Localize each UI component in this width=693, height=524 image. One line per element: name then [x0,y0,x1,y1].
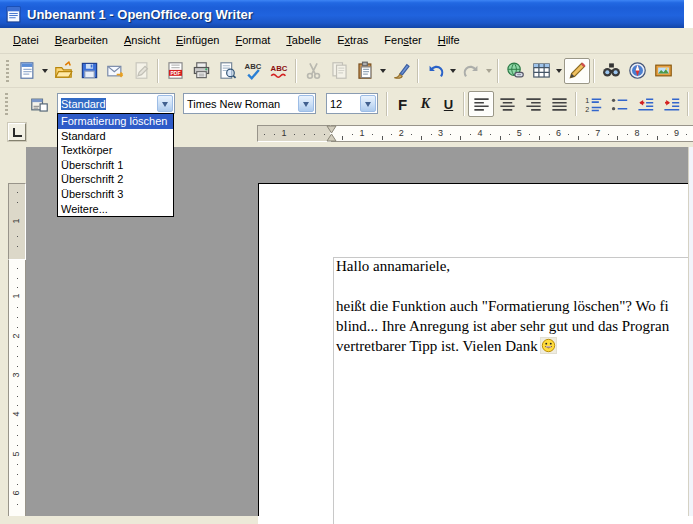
tab-stop-selector-button[interactable] [8,123,26,141]
menu-bearbeiten[interactable]: Bearbeiten [47,32,116,49]
style-option-weitere-[interactable]: Weitere... [58,202,173,217]
font-combo-dropdown-button[interactable] [298,95,314,112]
auto-spellcheck-button[interactable]: ABC [266,58,292,84]
font-name-combobox[interactable]: Times New Roman [183,93,316,114]
style-combo-dropdown-button[interactable] [157,95,173,112]
writer-window: Unbenannt 1 - OpenOffice.org Writer Date… [0,0,693,524]
increase-indent-button[interactable] [658,91,684,117]
ruler-tick [17,405,18,406]
ruler-tick [17,396,18,397]
ruler-tick [17,484,18,485]
style-option--berschrift-1[interactable]: Überschrift 1 [58,158,173,173]
menu-format[interactable]: Format [227,32,278,49]
numbered-list-button[interactable]: 12 [580,91,606,117]
italic-button[interactable]: K [414,92,437,117]
format-paintbrush-button[interactable] [388,58,414,84]
size-combo-dropdown-button[interactable] [360,95,376,112]
cut-button [300,58,326,84]
cut-icon [304,61,323,80]
align-left-button[interactable] [468,91,494,117]
decrease-indent-button[interactable] [632,91,658,117]
document-page[interactable]: Hallo annamariele,heißt die Funktion auc… [258,183,688,516]
style-option--berschrift-3[interactable]: Überschrift 3 [58,187,173,202]
open-folder-icon [54,61,73,80]
vertical-scrollbar[interactable] [688,147,693,516]
menu-tabelle[interactable]: Tabelle [278,32,329,49]
vertical-ruler[interactable]: 1 123456 [8,147,26,516]
undo-dropdown-arrow[interactable] [448,58,458,84]
menu-fenster[interactable]: Fenster [376,32,429,49]
ruler-tick [382,136,383,140]
hyperlink-icon [506,61,525,80]
ruler-tick [294,134,295,135]
indent-marker[interactable] [326,125,337,142]
underline-button[interactable]: U [437,92,460,117]
print-button[interactable] [188,58,214,84]
paste-dropdown-arrow[interactable] [378,58,388,84]
align-right-button[interactable] [520,91,546,117]
save-button[interactable] [76,58,102,84]
new-document-button[interactable] [14,58,40,84]
style-option-standard[interactable]: Standard [58,129,173,144]
bold-button[interactable]: F [391,92,414,117]
new-document-dropdown-arrow[interactable] [40,58,50,84]
gallery-button[interactable] [650,58,676,84]
align-center-button[interactable] [494,91,520,117]
align-left-icon [472,95,491,114]
table-icon [532,61,551,80]
redo-icon [462,61,481,80]
undo-button[interactable] [422,58,448,84]
desktop-background [684,0,693,28]
ruler-tick [17,356,18,357]
svg-text:ABC: ABC [270,64,287,73]
toolbar-grip[interactable] [4,93,9,115]
style-dropdown-list: Formatierung löschenStandardTextkörperÜb… [57,113,174,217]
draw-functions-button[interactable] [564,58,590,84]
ruler-tick [539,136,540,140]
toolbar-separator [593,59,595,83]
undo-icon [426,61,445,80]
open-button[interactable] [50,58,76,84]
ruler-number: 6 [556,128,561,138]
page-preview-button[interactable] [214,58,240,84]
menu-datei[interactable]: Datei [5,32,47,49]
send-email-button[interactable] [102,58,128,84]
styles-window-button[interactable] [26,91,52,117]
ruler-tick [17,346,18,347]
menubar: DateiBearbeitenAnsichtEinfügenFormatTabe… [0,28,693,54]
ruler-number: 2 [11,333,21,338]
paste-button[interactable] [352,58,378,84]
print-icon [192,61,211,80]
ruler-number: 2 [399,128,404,138]
font-size-combobox[interactable]: 12 [326,93,378,114]
find-replace-button[interactable] [598,58,624,84]
style-option-formatierung-l-schen[interactable]: Formatierung löschen [58,114,173,129]
style-option--berschrift-2[interactable]: Überschrift 2 [58,172,173,187]
gallery-icon [654,61,673,80]
style-option-textk-rper[interactable]: Textkörper [58,143,173,158]
toolbar-grip[interactable] [5,60,10,82]
titlebar[interactable]: Unbenannt 1 - OpenOffice.org Writer [0,0,684,28]
ruler-tick [411,134,412,135]
menu-einf-gen[interactable]: Einfügen [168,32,227,49]
ruler-number: 5 [11,451,21,456]
align-justify-button[interactable] [546,91,572,117]
export-pdf-button[interactable]: PDF [162,58,188,84]
align-right-icon [524,95,543,114]
bullet-list-button[interactable] [606,91,632,117]
paragraph-style-combobox[interactable]: Standard [57,93,175,114]
ruler-tick [324,134,325,135]
spellcheck-button[interactable]: ABC [240,58,266,84]
insert-table-dropdown-arrow[interactable] [554,58,564,84]
navigator-button[interactable] [624,58,650,84]
insert-table-button[interactable] [528,58,554,84]
auto-spellcheck-icon: ABC [270,61,289,80]
menu-hilfe[interactable]: Hilfe [430,32,468,49]
ruler-tick [391,134,392,135]
toolbar-separator [157,59,159,83]
ruler-number: 1 [11,218,21,223]
document-text-area[interactable]: Hallo annamariele,heißt die Funktion auc… [336,256,669,356]
menu-ansicht[interactable]: Ansicht [116,32,168,49]
menu-extras[interactable]: Extras [329,32,376,49]
hyperlink-button[interactable] [502,58,528,84]
